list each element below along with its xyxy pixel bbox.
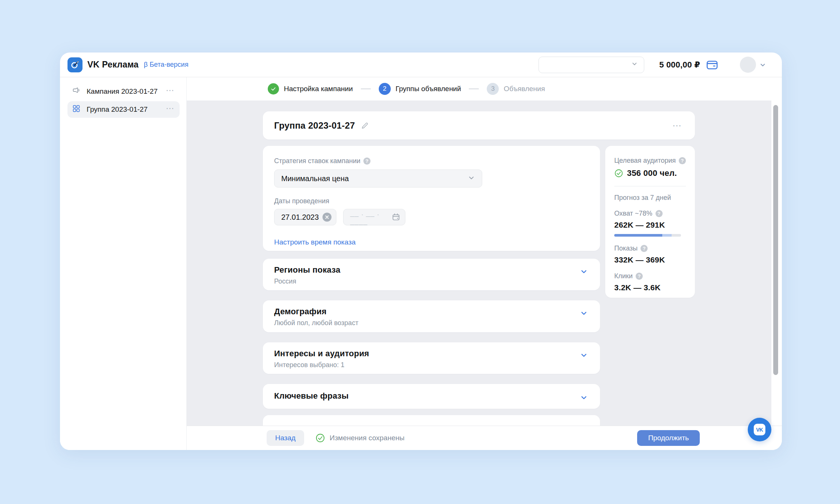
impressions-value: 332K — 369K xyxy=(614,255,686,264)
sidebar-item-campaign[interactable]: Кампания 2023-01-27 xyxy=(68,83,180,100)
section-subtitle: Любой пол, любой возраст xyxy=(274,319,358,327)
vk-logo-icon: VK xyxy=(754,424,765,435)
date-end-placeholder: __ . __ . ____ xyxy=(350,209,392,225)
profile-chevron-icon[interactable] xyxy=(759,61,767,69)
strategy-label-row: Стратегия ставок кампании xyxy=(274,157,589,165)
section-subtitle: Россия xyxy=(274,278,340,285)
wizard-stepper: Настройка кампании 2 Группы объявлений 3… xyxy=(187,77,782,100)
step-number: 3 xyxy=(487,83,499,95)
vk-ads-logo-icon[interactable] xyxy=(68,57,82,72)
chevron-down-icon[interactable] xyxy=(579,267,589,276)
back-button[interactable]: Назад xyxy=(267,430,304,446)
section-subtitle: Интересов выбрано: 1 xyxy=(274,361,369,369)
item-menu-icon[interactable] xyxy=(166,104,174,115)
footer-bar: Назад Изменения сохранены Продолжить xyxy=(187,426,782,450)
forecast-period-label: Прогноз за 7 дней xyxy=(614,194,686,202)
step-ad-groups[interactable]: 2 Группы объявлений xyxy=(379,83,461,95)
saved-status: Изменения сохранены xyxy=(315,433,405,443)
forecast-panel: Целевая аудитория 356 000 чел. Прогноз з… xyxy=(605,146,695,298)
section-keyphrases[interactable]: Ключевые фразы xyxy=(263,384,600,409)
chevron-down-icon xyxy=(467,173,476,184)
wallet-icon[interactable] xyxy=(705,58,719,72)
section-regions[interactable]: Регионы показа Россия xyxy=(263,259,600,290)
step-ads[interactable]: 3 Объявления xyxy=(487,83,545,95)
dates-row: 27.01.2023 __ . __ . ____ xyxy=(274,209,589,225)
group-title: Группа 2023-01-27 xyxy=(274,120,355,131)
grid-icon xyxy=(72,104,81,115)
scrollbar-thumb[interactable] xyxy=(773,105,778,375)
set-show-time-link[interactable]: Настроить время показа xyxy=(274,238,356,246)
help-icon[interactable] xyxy=(363,158,370,165)
edit-pencil-icon[interactable] xyxy=(360,121,369,130)
sidebar: Кампания 2023-01-27 Группа 2023-01-27 xyxy=(60,77,187,450)
audience-label: Целевая аудитория xyxy=(614,157,676,165)
step-label: Объявления xyxy=(504,85,545,93)
sidebar-item-group[interactable]: Группа 2023-01-27 xyxy=(68,101,180,118)
reach-label: Охват ~78% xyxy=(614,210,652,218)
group-menu-icon[interactable] xyxy=(672,121,681,130)
clicks-label: Клики xyxy=(614,272,633,280)
scrollbar-track xyxy=(771,100,782,426)
section-demography[interactable]: Демография Любой пол, любой возраст xyxy=(263,300,600,332)
calendar-icon[interactable] xyxy=(392,213,400,222)
strategy-label: Стратегия ставок кампании xyxy=(274,157,360,165)
reach-value: 262K — 291K xyxy=(614,220,686,230)
audience-label-row: Целевая аудитория xyxy=(614,157,686,165)
audience-value-row: 356 000 чел. xyxy=(614,168,686,178)
saved-check-icon xyxy=(315,433,325,443)
reach-progress-fill xyxy=(614,234,662,237)
section-title: Демография xyxy=(274,307,358,316)
continue-button[interactable]: Продолжить xyxy=(637,430,700,446)
clicks-label-row: Клики xyxy=(614,272,686,280)
dates-label: Даты проведения xyxy=(274,197,589,205)
app-window: VK Реклама β Бета-версия 5 000,00 ₽ xyxy=(60,52,782,450)
reach-label-row: Охват ~78% xyxy=(614,210,686,218)
date-start-value: 27.01.2023 xyxy=(281,213,319,222)
panel-divider xyxy=(614,186,686,186)
vk-support-button[interactable]: VK xyxy=(748,418,771,441)
impressions-label-row: Показы xyxy=(614,244,686,252)
section-interests[interactable]: Интересы и аудитория Интересов выбрано: … xyxy=(263,342,600,374)
sidebar-item-label: Кампания 2023-01-27 xyxy=(87,87,158,96)
chevron-down-icon xyxy=(630,60,639,70)
brand-title: VK Реклама xyxy=(87,60,139,70)
clicks-value: 3.2K — 3.6K xyxy=(614,283,686,292)
step-separator xyxy=(469,88,479,89)
reach-progress-light xyxy=(662,234,672,237)
cabinet-select[interactable] xyxy=(538,57,644,73)
step-campaign-settings[interactable]: Настройка кампании xyxy=(268,83,353,94)
help-icon[interactable] xyxy=(636,273,643,280)
help-icon[interactable] xyxy=(640,245,648,252)
content-scroll-area: Группа 2023-01-27 Стратегия ставок кампа… xyxy=(187,100,782,426)
check-circle-icon xyxy=(614,169,623,178)
avatar[interactable] xyxy=(740,57,756,73)
saved-status-text: Изменения сохранены xyxy=(330,434,405,442)
date-start-input[interactable]: 27.01.2023 xyxy=(274,209,336,225)
chevron-down-icon[interactable] xyxy=(579,308,589,318)
section-title: Ключевые фразы xyxy=(274,391,349,401)
strategy-card: Стратегия ставок кампании Минимальная це… xyxy=(263,146,600,251)
section-title: Регионы показа xyxy=(274,265,340,275)
sidebar-item-label: Группа 2023-01-27 xyxy=(87,105,148,114)
top-right-controls: 5 000,00 ₽ xyxy=(538,57,767,73)
group-title-card: Группа 2023-01-27 xyxy=(263,111,695,140)
step-number: 2 xyxy=(379,83,391,95)
section-title: Интересы и аудитория xyxy=(274,349,369,358)
top-bar: VK Реклама β Бета-версия 5 000,00 ₽ xyxy=(60,52,782,77)
audience-value: 356 000 чел. xyxy=(627,168,677,178)
help-icon[interactable] xyxy=(679,157,686,164)
item-menu-icon[interactable] xyxy=(166,86,174,97)
clear-date-icon[interactable] xyxy=(322,213,332,222)
step-separator xyxy=(361,88,371,89)
megaphone-icon xyxy=(72,86,81,97)
strategy-select[interactable]: Минимальная цена xyxy=(274,170,482,188)
step-label: Настройка кампании xyxy=(284,85,353,93)
help-icon[interactable] xyxy=(656,210,663,217)
step-done-icon xyxy=(268,83,279,94)
chevron-down-icon[interactable] xyxy=(579,350,589,360)
chevron-down-icon[interactable] xyxy=(579,393,589,402)
strategy-select-value: Минимальная цена xyxy=(281,174,349,183)
date-end-input[interactable]: __ . __ . ____ xyxy=(343,209,405,225)
section-partial xyxy=(263,415,600,426)
step-label: Группы объявлений xyxy=(396,85,461,93)
